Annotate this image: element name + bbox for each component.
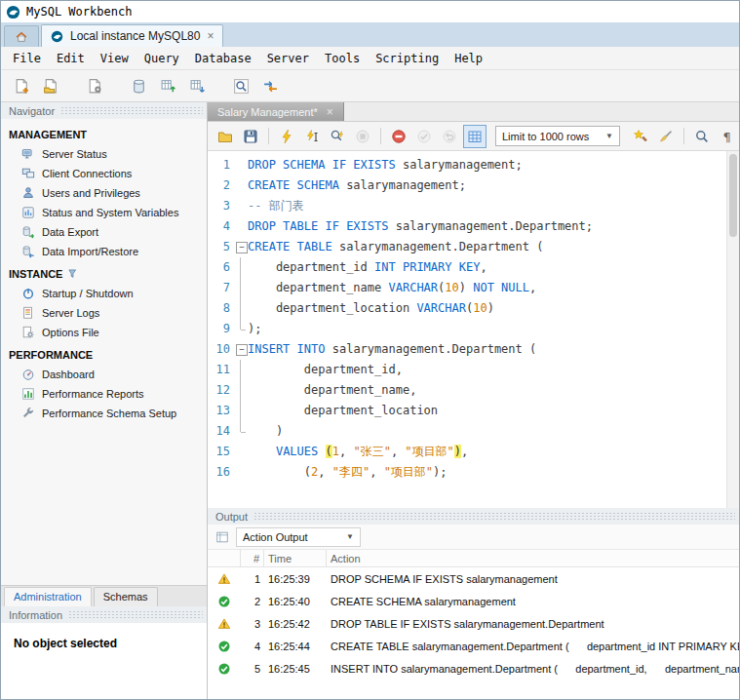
save-snippet-button[interactable] [629,125,652,148]
commit-transaction-button[interactable] [412,125,436,148]
code-token: salarymanagement.Department ( [325,342,536,356]
menu-file[interactable]: File [5,49,49,68]
code-token: CREATE SCHEMA [248,178,339,192]
scrollbar-thumb[interactable] [729,154,737,237]
code-line-9[interactable]: 9); [208,319,726,339]
menu-scripting[interactable]: Scripting [368,49,447,68]
editor-scrollbar[interactable] [726,151,739,508]
toggle-stop-on-error-button[interactable] [387,125,410,148]
code-token: ) [248,424,283,438]
sidebar-item-dashboard[interactable]: Dashboard [1,365,207,384]
stop-execution-button[interactable] [351,125,374,148]
output-row-5[interactable]: 516:25:45INSERT INTO salarymanagement.De… [208,657,739,680]
line-number: 7 [208,278,234,298]
main-content: Navigator MANAGEMENTServer StatusClient … [1,102,739,699]
execute-current-statement-button[interactable] [300,125,324,148]
sidebar-item-performance-reports[interactable]: Performance Reports [1,384,207,404]
output-row-3[interactable]: 316:25:42DROP TABLE IF EXISTS salarymana… [208,612,739,635]
warning-icon [217,617,231,631]
table-data-export-button[interactable] [155,73,181,98]
open-script-button[interactable] [214,125,237,148]
connection-tab-label: Local instance MySQL80 [70,29,200,43]
sidebar-item-performance-schema-setup[interactable]: Performance Schema Setup [1,404,207,423]
toggle-invisible-characters-button[interactable]: ¶ [716,125,739,148]
code-line-4[interactable]: 4DROP TABLE IF EXISTS salarymanagement.D… [208,216,726,237]
code-line-8[interactable]: 8 department_location VARCHAR(10) [208,298,726,319]
sql-editor-pane: Salary Management* × Limit to 1000 rows▼… [208,102,739,699]
output-row-2[interactable]: 216:25:40CREATE SCHEMA salarymanagement [208,590,739,612]
doc-folder-icon [43,78,59,95]
code-line-16[interactable]: 16 (2, "李四", "项目部"); [208,462,726,483]
code-line-10[interactable]: 10INSERT INTO salarymanagement.Departmen… [208,339,726,360]
sidebar-item-data-export[interactable]: Data Export [1,222,207,242]
sidebar-item-users-and-privileges[interactable]: Users and Privileges [1,183,207,203]
limit-rows-dropdown[interactable]: Limit to 1000 rows▼ [495,126,620,146]
table-data-import-button[interactable] [184,73,211,98]
code-line-text: department_name, [248,380,416,401]
sidebar-item-options-file[interactable]: Options File [1,323,207,342]
rollback-transaction-button[interactable] [438,125,461,148]
code-line-text: ) [248,421,283,442]
code-token: ) [459,281,473,294]
sidebar-tab-schemas[interactable]: Schemas [94,587,158,606]
users-icon [21,186,35,200]
code-line-2[interactable]: 2CREATE SCHEMA salarymanagement; [208,175,726,196]
connection-tab[interactable]: Local instance MySQL80 × [41,24,223,47]
code-line-12[interactable]: 12 department_name, [208,380,726,401]
close-editor-tab-icon[interactable]: × [327,106,333,118]
menu-edit[interactable]: Edit [49,49,93,68]
menu-tools[interactable]: Tools [317,49,368,68]
code-line-5[interactable]: 5CREATE TABLE salarymanagement.Departmen… [208,237,726,257]
toggle-limit-rows-button[interactable] [463,125,487,148]
section-header-performance: PERFORMANCE [1,342,207,365]
editor-tab-salary-management[interactable]: Salary Management* × [208,102,344,121]
information-title: Information [9,609,62,621]
sidebar-item-client-connections[interactable]: Client Connections [1,164,207,183]
save-script-button[interactable] [239,125,262,148]
beautify-script-button[interactable] [654,125,678,148]
fold-gutter [234,462,248,483]
explain-plan-button[interactable] [326,125,349,148]
new-query-tab-button[interactable] [9,73,35,98]
execute-script-button[interactable] [275,125,298,148]
sidebar-item-status-and-system-variables[interactable]: Status and System Variables [1,203,207,222]
fold-toggle-icon[interactable] [234,339,248,360]
code-line-1[interactable]: 1DROP SCHEMA IF EXISTS salarymanagement; [208,155,726,175]
find-panel-button[interactable] [690,125,714,148]
output-view-selector[interactable]: Action Output ▼ [236,527,361,547]
sidebar-item-server-logs[interactable]: Server Logs [1,303,207,323]
code-area[interactable]: 1DROP SCHEMA IF EXISTS salarymanagement;… [208,151,726,508]
table-down-icon [189,78,206,95]
fold-toggle-icon[interactable] [234,237,248,257]
sidebar-item-startup-shutdown[interactable]: Startup / Shutdown [1,284,207,303]
code-line-13[interactable]: 13 department_location [208,401,726,421]
code-line-11[interactable]: 11 department_id, [208,360,726,380]
menu-view[interactable]: View [93,49,136,68]
code-line-14[interactable]: 14 ) [208,421,726,442]
open-inspector-button[interactable] [82,73,108,98]
sidebar-item-server-status[interactable]: Server Status [1,144,207,164]
menu-query[interactable]: Query [136,49,187,68]
code-token: ); [248,322,261,335]
home-tab[interactable] [4,25,39,47]
menu-server[interactable]: Server [259,49,317,68]
migration-wizard-button[interactable] [257,73,284,98]
code-line-6[interactable]: 6 department_id INT PRIMARY KEY, [208,257,726,278]
sidebar-tab-administration[interactable]: Administration [4,587,92,606]
commit-icon [416,129,432,144]
output-row-1[interactable]: 116:25:39DROP SCHEMA IF EXISTS salaryman… [208,567,739,590]
menu-help[interactable]: Help [447,49,490,68]
doc-gear-icon [87,78,103,95]
menu-database[interactable]: Database [187,49,259,68]
code-line-3[interactable]: 3-- 部门表 [208,196,726,216]
search-table-data-button[interactable] [228,73,254,98]
code-line-7[interactable]: 7 department_name VARCHAR(10) NOT NULL, [208,278,726,298]
create-schema-button[interactable] [126,73,152,98]
row-time: 16:25:40 [264,596,327,607]
close-connection-tab-icon[interactable]: × [207,30,214,42]
open-sql-script-button[interactable] [38,73,64,98]
output-row-4[interactable]: 416:25:44CREATE TABLE salarymanagement.D… [208,635,739,657]
sidebar-item-data-import-restore[interactable]: Data Import/Restore [1,242,207,261]
code-line-15[interactable]: 15 VALUES (1, "张三", "项目部"), [208,442,726,462]
line-number: 1 [208,155,234,175]
